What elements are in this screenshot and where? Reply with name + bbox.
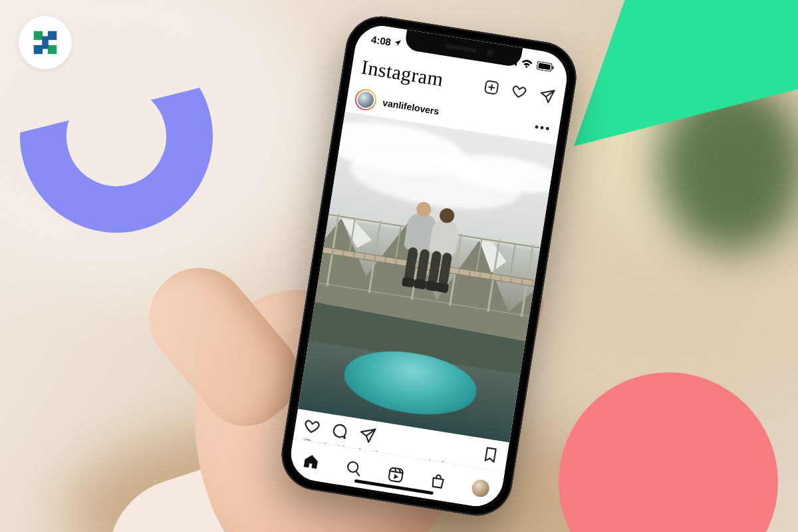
save-button[interactable] [481,445,501,465]
plus-square-icon[interactable] [482,78,500,96]
reels-tab[interactable] [386,465,406,485]
send-icon[interactable] [537,87,555,105]
author-avatar[interactable] [354,88,378,112]
wifi-icon [521,58,534,68]
share-button[interactable] [357,426,377,446]
svg-rect-10 [538,63,551,70]
more-icon[interactable]: ••• [533,120,552,136]
search-tab[interactable] [344,458,364,478]
brand-logo-icon [30,27,61,58]
comment-button[interactable] [330,421,350,441]
profile-tab[interactable] [471,478,491,498]
status-time: 4:08 [370,33,402,49]
shop-tab[interactable] [428,471,448,491]
location-arrow-icon [393,39,402,48]
svg-rect-2 [34,45,43,54]
svg-rect-0 [34,31,43,40]
like-button[interactable] [302,417,322,437]
svg-rect-1 [48,31,57,40]
photo-people [386,198,478,296]
svg-rect-3 [48,45,57,54]
svg-rect-11 [552,66,554,69]
svg-rect-4 [42,36,49,49]
home-tab[interactable] [301,452,321,471]
heart-icon[interactable] [510,82,528,100]
author-username: vanlifelovers [382,97,440,116]
clock-text: 4:08 [370,33,392,47]
brand-logo-badge [19,16,72,69]
svg-point-18 [347,461,358,472]
battery-icon [536,61,555,72]
post-photo[interactable] [298,111,557,442]
